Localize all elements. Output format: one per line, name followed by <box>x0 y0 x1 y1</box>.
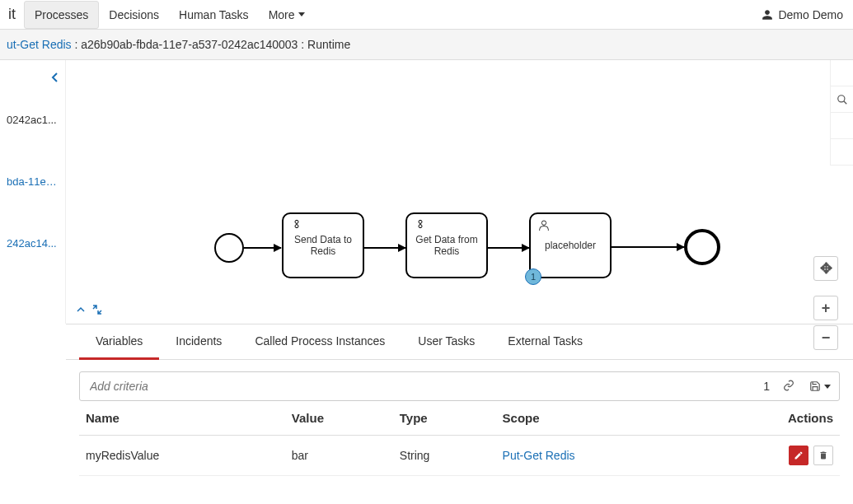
tab-incidents[interactable]: Incidents <box>159 324 238 359</box>
right-tool-search[interactable] <box>831 86 853 113</box>
nav-more[interactable]: More <box>259 2 315 28</box>
sidebar-item-1[interactable]: bda-11e7... <box>0 151 65 212</box>
caret-down-icon <box>298 12 305 16</box>
col-value[interactable]: Value <box>285 401 393 436</box>
task-instance-badge[interactable]: 1 <box>525 268 541 285</box>
tab-variables[interactable]: Variables <box>79 324 159 360</box>
bpmn-task-get-data[interactable]: Get Data from Redis <box>405 212 488 278</box>
filter-link-icon[interactable] <box>776 380 801 394</box>
right-tool-1[interactable] <box>831 60 853 86</box>
chevron-left-icon <box>50 72 59 83</box>
svg-point-0 <box>541 221 546 225</box>
table-row: myRedisValue bar String Put-Get Redis <box>79 436 840 476</box>
variables-table: Name Value Type Scope Actions myRedisVal… <box>79 401 840 476</box>
right-tool-panel <box>830 60 853 166</box>
zoom-controls: ✥ + − <box>813 256 838 350</box>
panel-resize-controls <box>76 304 102 317</box>
brand-text: it <box>0 6 24 23</box>
user-menu[interactable]: Demo Demo <box>752 8 853 21</box>
bpmn-end-event[interactable] <box>684 229 720 265</box>
collapse-panel-icon[interactable] <box>76 304 86 317</box>
delete-variable-button[interactable] <box>813 446 833 465</box>
caret-down-icon <box>824 385 831 389</box>
pencil-icon <box>794 450 804 460</box>
svg-point-1 <box>837 95 844 101</box>
col-type[interactable]: Type <box>393 401 496 436</box>
sidebar-item-0[interactable]: 0242ac1... <box>0 89 65 151</box>
sequence-flow-4 <box>612 246 684 248</box>
col-scope[interactable]: Scope <box>496 401 700 436</box>
nav-processes[interactable]: Processes <box>24 1 99 29</box>
breadcrumb-instance-id: a26b90ab-fbda-11e7-a537-0242ac140003 <box>81 38 298 51</box>
bpmn-task-send-data[interactable]: Send Data to Redis <box>282 212 364 278</box>
service-task-icon <box>290 219 303 235</box>
sidebar-item-2[interactable]: 242ac14... <box>0 212 65 274</box>
details-tabs: Variables Incidents Called Process Insta… <box>66 324 853 360</box>
cell-name: myRedisValue <box>79 436 285 476</box>
task-3-label: placeholder <box>545 240 596 251</box>
tab-called-process[interactable]: Called Process Instances <box>238 324 401 359</box>
search-icon <box>837 94 848 105</box>
user-name: Demo Demo <box>778 8 843 21</box>
sequence-flow-3 <box>488 247 529 249</box>
sequence-flow-1 <box>244 247 281 249</box>
col-actions: Actions <box>699 401 840 436</box>
save-icon <box>809 380 821 392</box>
edit-variable-button[interactable] <box>789 446 808 465</box>
left-sidebar: 0242ac1... bda-11e7... 242ac14... <box>0 60 66 324</box>
breadcrumb: ut-Get Redis : a26b90ab-fbda-11e7-a537-0… <box>0 30 853 60</box>
tab-external-tasks[interactable]: External Tasks <box>491 324 599 359</box>
zoom-in-button[interactable]: + <box>813 296 838 320</box>
sidebar-collapse-button[interactable] <box>0 68 65 89</box>
nav-human-tasks[interactable]: Human Tasks <box>169 2 259 28</box>
col-name[interactable]: Name <box>79 401 285 436</box>
filter-result-count: 1 <box>757 380 776 393</box>
right-tool-3[interactable] <box>831 113 853 139</box>
expand-panel-icon[interactable] <box>92 304 102 317</box>
details-panel: Variables Incidents Called Process Insta… <box>66 324 853 476</box>
cell-value: bar <box>285 436 393 476</box>
filter-bar: 1 <box>79 371 840 401</box>
sequence-flow-2 <box>364 247 405 249</box>
user-task-icon <box>537 219 551 235</box>
filter-criteria-input[interactable] <box>80 373 757 399</box>
top-navigation: it Processes Decisions Human Tasks More … <box>0 0 853 30</box>
service-task-icon <box>414 219 427 235</box>
breadcrumb-process-link[interactable]: ut-Get Redis <box>7 38 72 51</box>
nav-more-label: More <box>269 8 295 21</box>
user-icon <box>762 9 773 21</box>
task-1-label: Send Data to Redis <box>287 234 359 257</box>
zoom-out-button[interactable]: − <box>813 325 838 350</box>
cell-type: String <box>393 436 496 476</box>
trash-icon <box>818 450 828 460</box>
diagram-canvas[interactable]: Send Data to Redis Get Data from Redis p… <box>66 60 853 324</box>
bpmn-start-event[interactable] <box>214 233 244 263</box>
bpmn-task-placeholder[interactable]: placeholder <box>529 212 612 278</box>
task-2-label: Get Data from Redis <box>410 234 483 257</box>
breadcrumb-suffix: Runtime <box>307 38 350 51</box>
nav-decisions[interactable]: Decisions <box>99 2 169 28</box>
filter-save-dropdown[interactable] <box>801 380 839 392</box>
tab-user-tasks[interactable]: User Tasks <box>401 324 491 359</box>
zoom-reset-button[interactable]: ✥ <box>813 256 838 281</box>
right-tool-4[interactable] <box>831 139 853 166</box>
cell-scope-link[interactable]: Put-Get Redis <box>503 449 575 462</box>
